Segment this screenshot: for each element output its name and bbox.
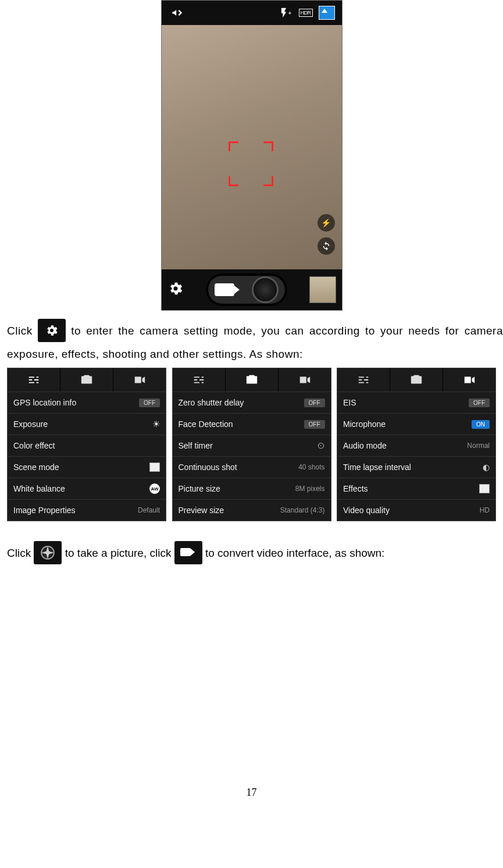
effects-icon xyxy=(479,484,490,493)
setting-row: Scene mode xyxy=(8,457,166,478)
setting-value: Default xyxy=(138,506,160,514)
setting-row: Audio modeNormal xyxy=(337,435,495,457)
tab-video-icon xyxy=(443,368,495,392)
setting-row: Zero shutter delayOFF xyxy=(173,392,331,414)
setting-label: Zero shutter delay xyxy=(179,398,244,407)
setting-value: 40 shots xyxy=(298,463,324,471)
setting-row: White balanceAW xyxy=(8,478,166,500)
timelapse-icon: ◐ xyxy=(483,463,490,472)
tab-camera-icon xyxy=(390,368,443,392)
megaphone-icon xyxy=(166,2,187,23)
setting-label: Face Detection xyxy=(179,419,233,429)
setting-row: Effects xyxy=(337,478,495,500)
setting-label: Picture size xyxy=(179,484,220,493)
setting-label: Continuous shot xyxy=(179,463,237,472)
flash-mode-icon: + xyxy=(274,2,295,23)
switch-camera-icon xyxy=(318,237,335,255)
camera-top-bar: + HDR xyxy=(162,1,342,25)
tab-camera-icon xyxy=(60,368,113,392)
camera-bottom-bar xyxy=(162,269,342,310)
setting-value: 8M pixels xyxy=(295,485,325,493)
quick-flash-icon: ⚡ xyxy=(318,214,335,232)
camera-viewfinder: ⚡ xyxy=(162,25,342,269)
setting-row: Face DetectionOFF xyxy=(173,414,331,435)
page-number: 17 xyxy=(0,787,503,810)
camera-screenshot: + HDR ⚡ xyxy=(161,0,343,311)
awb-icon: AW xyxy=(149,483,160,494)
tab-video-icon xyxy=(279,368,331,392)
setting-row: Time lapse interval◐ xyxy=(337,457,495,478)
setting-row: MicrophoneON xyxy=(337,414,495,435)
setting-value: HD xyxy=(480,506,490,514)
toggle-off-pill: OFF xyxy=(139,399,160,407)
setting-row: Continuous shot40 shots xyxy=(173,457,331,478)
gallery-thumbnail xyxy=(309,276,336,303)
exposure-icon: ☀ xyxy=(152,419,160,429)
tab-camera-icon xyxy=(226,368,278,392)
text-fragment: Click xyxy=(7,325,38,337)
inline-video-icon xyxy=(174,541,202,564)
panel-tabs xyxy=(8,368,166,392)
setting-row: EISOFF xyxy=(337,392,495,414)
focus-corner-icon xyxy=(263,176,273,186)
tab-video-icon xyxy=(113,368,166,392)
setting-row: Image PropertiesDefault xyxy=(8,500,166,521)
text-fragment: to enter the camera setting mode, you ca… xyxy=(7,325,503,360)
panel-tabs xyxy=(337,368,495,392)
tab-sliders-icon xyxy=(337,368,390,392)
shutter-icon xyxy=(252,276,279,303)
inline-gear-icon xyxy=(38,319,66,342)
setting-value: Normal xyxy=(467,442,490,450)
setting-row: GPS location infoOFF xyxy=(8,392,166,414)
toggle-off-pill: OFF xyxy=(469,399,490,407)
text-fragment: to take a picture, click xyxy=(65,547,174,559)
timer-icon: ⏲ xyxy=(317,441,325,450)
setting-label: Video quality xyxy=(343,506,390,515)
toggle-off-pill: OFF xyxy=(304,420,325,429)
setting-row: Picture size8M pixels xyxy=(173,478,331,500)
gear-icon xyxy=(167,280,184,299)
panel-tabs xyxy=(173,368,331,392)
gallery-top-icon xyxy=(316,2,337,23)
hdr-label: HDR xyxy=(299,9,313,17)
setting-label: Self timer xyxy=(179,441,213,450)
scene-icon xyxy=(149,463,160,472)
setting-label: Scene mode xyxy=(13,463,59,472)
capture-control xyxy=(206,273,287,306)
setting-label: Effects xyxy=(343,484,368,493)
setting-label: Time lapse interval xyxy=(343,463,411,472)
hdr-icon: HDR xyxy=(295,2,316,23)
settings-panel-video: EISOFF MicrophoneON Audio modeNormal Tim… xyxy=(337,368,496,521)
setting-value: Standard (4:3) xyxy=(280,506,325,514)
setting-label: Image Properties xyxy=(13,506,76,515)
setting-row: Color effect xyxy=(8,435,166,457)
setting-label: GPS location info xyxy=(13,398,76,407)
setting-row: Video qualityHD xyxy=(337,500,495,521)
inline-shutter-icon xyxy=(34,541,62,564)
focus-corner-icon xyxy=(229,141,238,151)
setting-row: Exposure☀ xyxy=(8,414,166,435)
setting-row: Preview sizeStandard (4:3) xyxy=(173,500,331,521)
text-fragment: to convert video interface, as shown: xyxy=(205,547,384,559)
setting-label: Exposure xyxy=(13,419,48,429)
tab-sliders-icon xyxy=(173,368,225,392)
video-mode-icon xyxy=(215,283,234,296)
tab-sliders-icon xyxy=(8,368,60,392)
focus-corner-icon xyxy=(263,141,273,151)
setting-label: White balance xyxy=(13,484,65,493)
setting-label: Color effect xyxy=(13,441,55,450)
instruction-paragraph-1: Click to enter the camera setting mode, … xyxy=(0,316,503,365)
toggle-off-pill: OFF xyxy=(304,399,325,407)
setting-label: EIS xyxy=(343,398,356,407)
settings-panels-row: GPS location infoOFF Exposure☀ Color eff… xyxy=(0,365,503,521)
setting-label: Audio mode xyxy=(343,441,387,450)
text-fragment: Click xyxy=(7,547,34,559)
setting-row: Self timer⏲ xyxy=(173,435,331,457)
focus-corner-icon xyxy=(229,176,238,186)
setting-label: Preview size xyxy=(179,506,224,515)
instruction-paragraph-2: Click to take a picture, click to conver… xyxy=(0,539,503,565)
settings-panel-general: GPS location infoOFF Exposure☀ Color eff… xyxy=(7,368,166,521)
setting-label: Microphone xyxy=(343,419,386,429)
document-page: + HDR ⚡ xyxy=(0,0,503,810)
settings-panel-camera: Zero shutter delayOFF Face DetectionOFF … xyxy=(172,368,331,521)
